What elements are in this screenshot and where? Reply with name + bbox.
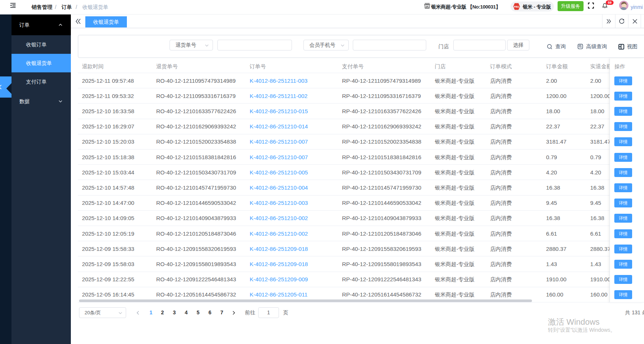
svg-text:PRO: PRO [514,6,519,8]
